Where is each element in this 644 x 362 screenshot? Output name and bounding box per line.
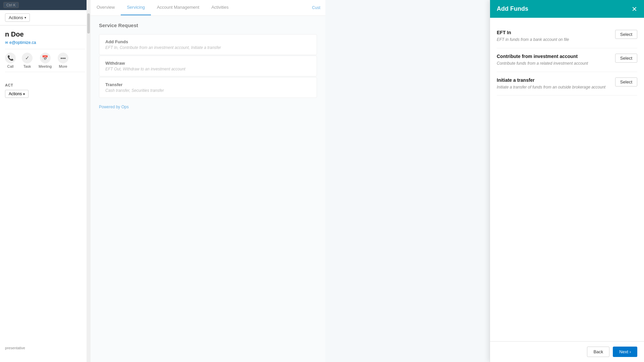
sidebar-bottom-text: presentative — [0, 344, 90, 352]
powered-by: Powered by Ops — [99, 105, 317, 109]
scrollbar[interactable] — [87, 0, 91, 362]
withdraw-card[interactable]: Withdraw EFT Out, Withdraw to an investm… — [99, 56, 317, 76]
main-body: Service Request Add Funds EFT In, Contri… — [91, 16, 325, 116]
task-label: Task — [23, 64, 31, 68]
more-icon: ••• — [58, 53, 68, 63]
task-action[interactable]: ✓ Task — [22, 53, 33, 68]
transfer-title: Transfer — [105, 82, 311, 87]
call-label: Call — [7, 64, 14, 68]
top-bar: Ctrl K — [0, 0, 90, 10]
eft-in-title: EFT In — [497, 30, 610, 35]
add-funds-desc: EFT In, Contribute from an investment ac… — [105, 45, 311, 50]
contribute-title: Contribute from investment account — [497, 54, 610, 59]
initiate-transfer-desc: Initiate a transfer of funds from an out… — [497, 84, 610, 90]
add-funds-panel-footer: Back Next › — [490, 341, 644, 362]
add-funds-panel-title: Add Funds — [497, 5, 528, 12]
initiate-transfer-info: Initiate a transfer Initiate a transfer … — [497, 77, 610, 90]
eft-in-desc: EFT in funds from a bank account on file — [497, 37, 610, 43]
call-icon: 📞 — [5, 53, 16, 63]
initiate-transfer-option: Initiate a transfer Initiate a transfer … — [497, 72, 637, 96]
section-label: act — [0, 80, 90, 88]
contribute-select-button[interactable]: Select — [615, 54, 637, 63]
service-request-title: Service Request — [99, 22, 317, 28]
sidebar: Ctrl K Actions n Doe ✉ e@optimize.ca 📞 C… — [0, 0, 91, 362]
email-icon: ✉ — [5, 41, 8, 45]
add-funds-panel-header: Add Funds ✕ — [490, 0, 644, 18]
add-funds-panel: Add Funds ✕ EFT In EFT in funds from a b… — [490, 0, 644, 362]
add-funds-title: Add Funds — [105, 39, 311, 44]
contribute-option: Contribute from investment account Contr… — [497, 48, 637, 72]
contact-email: ✉ e@optimize.ca — [5, 40, 85, 45]
actions-row: Actions — [0, 88, 90, 99]
eft-in-option: EFT In EFT in funds from a bank account … — [497, 24, 637, 48]
meeting-action[interactable]: 📅 Meeting — [39, 53, 52, 68]
eft-in-info: EFT In EFT in funds from a bank account … — [497, 30, 610, 43]
add-funds-panel-body: EFT In EFT in funds from a bank account … — [490, 18, 644, 341]
close-button[interactable]: ✕ — [632, 6, 637, 12]
actions-dropdown-button[interactable]: Actions — [5, 90, 29, 98]
tab-activities[interactable]: Activities — [205, 0, 234, 15]
cust-link[interactable]: Cust — [312, 5, 320, 10]
tab-account-management[interactable]: Account Management — [151, 0, 205, 15]
meeting-icon: 📅 — [40, 53, 51, 63]
main-header: Overview Servicing Account Management Ac… — [91, 0, 325, 16]
initiate-transfer-select-button[interactable]: Select — [615, 77, 637, 86]
tabs-row: Overview Servicing Account Management Ac… — [91, 0, 234, 15]
more-action[interactable]: ••• More — [58, 53, 68, 68]
contact-info: n Doe ✉ e@optimize.ca 📞 Call ✓ Task 📅 Me… — [0, 25, 90, 80]
transfer-desc: Cash transfer, Securities transfer — [105, 88, 311, 93]
transfer-card[interactable]: Transfer Cash transfer, Securities trans… — [99, 77, 317, 98]
meeting-label: Meeting — [39, 64, 52, 68]
contact-name: n Doe — [5, 31, 85, 38]
scrollbar-thumb — [87, 13, 90, 34]
actions-bar: Actions — [0, 10, 90, 25]
main-content: Overview Servicing Account Management Ac… — [91, 0, 325, 362]
add-funds-card[interactable]: Add Funds EFT In, Contribute from an inv… — [99, 34, 317, 55]
actions-button[interactable]: Actions — [5, 13, 30, 22]
contribute-desc: Contribute funds from a related investme… — [497, 61, 610, 66]
back-button[interactable]: Back — [587, 347, 609, 357]
contact-actions: 📞 Call ✓ Task 📅 Meeting ••• More — [5, 49, 85, 72]
task-icon: ✓ — [22, 53, 33, 63]
withdraw-title: Withdraw — [105, 61, 311, 66]
contribute-info: Contribute from investment account Contr… — [497, 54, 610, 66]
more-label: More — [59, 64, 67, 68]
next-button[interactable]: Next › — [613, 347, 637, 357]
initiate-transfer-title: Initiate a transfer — [497, 77, 610, 83]
eft-in-select-button[interactable]: Select — [615, 30, 637, 39]
ctrl-k-badge: Ctrl K — [3, 2, 19, 8]
call-action[interactable]: 📞 Call — [5, 53, 16, 68]
withdraw-desc: EFT Out, Withdraw to an investment accou… — [105, 67, 311, 71]
tab-servicing[interactable]: Servicing — [121, 0, 151, 15]
tab-overview[interactable]: Overview — [91, 0, 121, 15]
